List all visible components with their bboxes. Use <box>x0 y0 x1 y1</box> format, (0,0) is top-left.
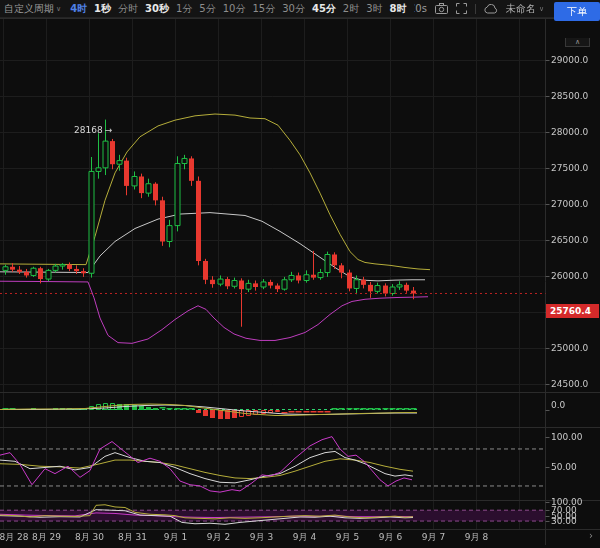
timeframe-2时[interactable]: 2时 <box>343 3 359 14</box>
camera-icon[interactable] <box>435 3 448 14</box>
panel-expand-arrow[interactable]: › <box>589 531 593 541</box>
last-price-tag: 25760.4 <box>546 304 599 318</box>
high-price-annotation: 28168→ <box>74 125 112 135</box>
timeframe-3时[interactable]: 3时 <box>366 3 382 14</box>
timeframe-15分[interactable]: 15分 <box>252 3 275 14</box>
timeframe-1秒[interactable]: 1秒 <box>94 3 111 14</box>
timeframe-30分[interactable]: 30分 <box>282 3 305 14</box>
chevron-down-icon: ∨ <box>56 5 61 13</box>
timeframe-1分[interactable]: 1分 <box>176 3 192 14</box>
timeframe-30秒[interactable]: 30秒 <box>145 3 169 14</box>
cloud-save-icon[interactable] <box>484 4 498 14</box>
fullscreen-icon[interactable] <box>456 3 467 14</box>
timeframe-45分[interactable]: 45分 <box>312 3 336 14</box>
period-selector[interactable]: 自定义周期∨ <box>4 2 61 16</box>
chart-area: 29000.028500.028000.027500.027000.026500… <box>0 18 600 548</box>
period-selector-label: 自定义周期 <box>4 2 54 16</box>
timeframe-5分[interactable]: 5分 <box>199 3 215 14</box>
arrow-right-icon: → <box>105 125 113 135</box>
chart-canvas[interactable] <box>0 18 600 548</box>
timeframe-bar: 自定义周期∨ 4时1秒分时30秒1分5分10分15分30分45分2时3时8时12… <box>4 2 415 16</box>
timeframe-10分[interactable]: 10分 <box>223 3 246 14</box>
toolbar-divider <box>475 4 476 14</box>
timeframe-8时[interactable]: 8时 <box>390 3 407 14</box>
collapse-chart-button[interactable]: ∧ <box>565 38 590 47</box>
timeframe-4时[interactable]: 4时 <box>70 3 87 14</box>
chevron-down-icon: ∨ <box>539 5 544 13</box>
timeframe-list: 4时1秒分时30秒1分5分10分15分30分45分2时3时8时12时1日2日3日… <box>70 2 415 16</box>
place-order-button[interactable]: 下单 <box>554 2 600 21</box>
layout-name[interactable]: 未命名∨ <box>506 2 544 16</box>
toolbar: 自定义周期∨ 4时1秒分时30秒1分5分10分15分30分45分2时3时8时12… <box>0 0 600 18</box>
countdown-timer: 0s <box>415 3 427 14</box>
timeframe-分时[interactable]: 分时 <box>118 3 138 14</box>
layout-name-label: 未命名 <box>506 2 536 16</box>
